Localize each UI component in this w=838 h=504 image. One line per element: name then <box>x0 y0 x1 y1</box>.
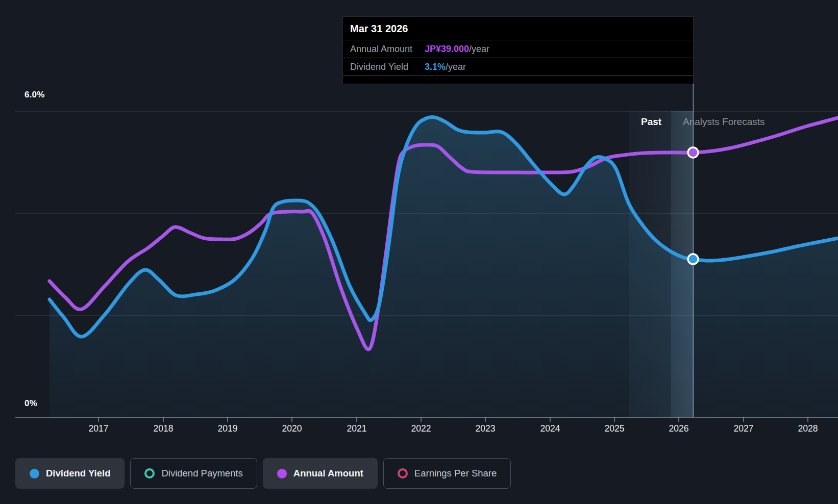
tooltip-row-annual-amount: Annual Amount JP¥39.000 /year <box>343 40 693 58</box>
x-tick-label-2017: 2017 <box>89 423 109 434</box>
x-tick-label-2021: 2021 <box>347 423 367 434</box>
earnings-per-share-series-marker-icon <box>398 468 408 478</box>
x-tick-label-2024: 2024 <box>540 423 560 434</box>
x-tick-label-2023: 2023 <box>476 423 496 434</box>
chart-tooltip: Mar 31 2026 Annual Amount JP¥39.000 /yea… <box>342 16 694 84</box>
legend-label-annual-amount: Annual Amount <box>293 468 363 479</box>
x-tick-label-2022: 2022 <box>411 423 431 434</box>
past-label: Past <box>641 116 661 128</box>
analysts-forecast-label: Analysts Forecasts <box>683 116 765 128</box>
dividend-yield-area <box>50 117 838 417</box>
series-legend: Dividend YieldDividend PaymentsAnnual Am… <box>15 458 511 489</box>
legend-button-annual-amount[interactable]: Annual Amount <box>263 458 378 489</box>
legend-button-dividend-payments[interactable]: Dividend Payments <box>130 458 257 489</box>
dividend-chart-page: 6.0% 0% 20172018201920202021202220232024… <box>0 0 838 504</box>
x-tick-label-2025: 2025 <box>605 423 625 434</box>
x-tick-label-2018: 2018 <box>154 423 174 434</box>
tooltip-date: Mar 31 2026 <box>343 17 693 40</box>
legend-label-dividend-payments: Dividend Payments <box>161 468 242 479</box>
y-axis-max-label: 6.0% <box>24 90 45 100</box>
tooltip-value-annual-amount: JP¥39.000 <box>425 44 469 55</box>
tooltip-spacer <box>343 76 693 84</box>
tooltip-suffix-dividend-yield: /year <box>446 62 466 72</box>
legend-label-earnings-per-share: Earnings Per Share <box>414 468 497 479</box>
tooltip-label-annual-amount: Annual Amount <box>350 44 425 55</box>
dividend-payments-series-marker-icon <box>144 468 155 478</box>
legend-button-dividend-yield[interactable]: Dividend Yield <box>15 458 125 489</box>
legend-label-dividend-yield: Dividend Yield <box>46 468 110 479</box>
x-tick-label-2019: 2019 <box>218 423 238 434</box>
tooltip-value-dividend-yield: 3.1% <box>425 62 446 72</box>
y-axis-min-label: 0% <box>24 398 37 409</box>
x-tick-label-2027: 2027 <box>734 423 754 434</box>
tooltip-label-dividend-yield: Dividend Yield <box>350 62 425 72</box>
dividend-yield-series-marker-icon <box>30 469 39 478</box>
x-tick-label-2026: 2026 <box>669 423 689 434</box>
x-tick-label-2020: 2020 <box>282 423 302 434</box>
annual-amount-series-marker-icon <box>277 469 287 478</box>
legend-button-earnings-per-share[interactable]: Earnings Per Share <box>383 458 511 489</box>
x-tick-label-2028: 2028 <box>798 423 818 434</box>
tooltip-row-dividend-yield: Dividend Yield 3.1% /year <box>343 58 693 76</box>
tooltip-suffix-annual-amount: /year <box>469 44 489 55</box>
